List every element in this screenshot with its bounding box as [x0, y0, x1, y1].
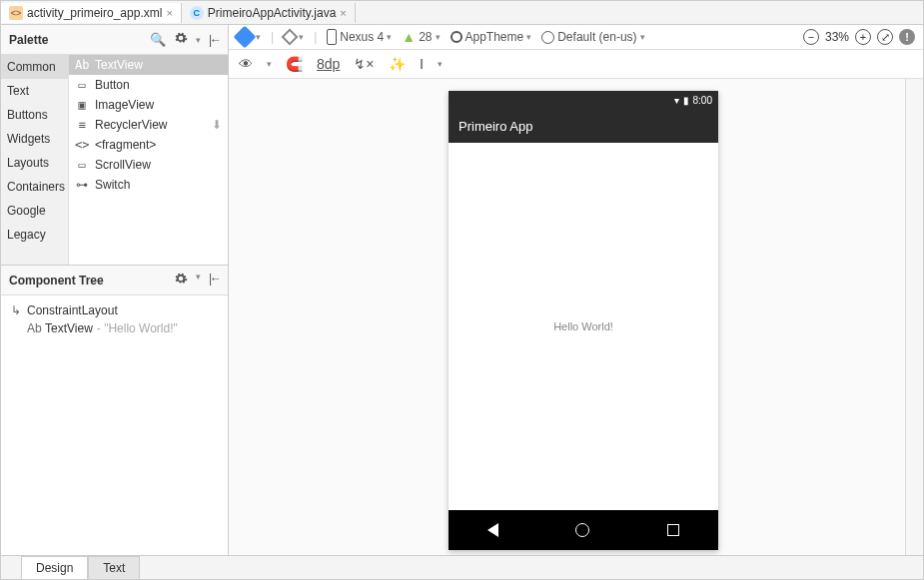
search-icon[interactable]: 🔍 [150, 32, 166, 47]
palette-cat-text[interactable]: Text [1, 79, 68, 103]
palette-cat-buttons[interactable]: Buttons [1, 103, 68, 127]
device-body[interactable]: Hello World! [449, 143, 718, 510]
palette-item-textview[interactable]: Ab TextView [69, 55, 228, 75]
close-icon[interactable]: × [166, 7, 172, 19]
editor-tabs: <> activity_primeiro_app.xml × C Primeir… [1, 1, 923, 25]
gear-icon[interactable] [174, 31, 188, 48]
device-selector[interactable]: Nexus 4 [327, 29, 392, 45]
palette-items: Ab TextView ▭ Button ▣ ImageView ≡ Recyc… [69, 55, 228, 265]
scrollview-icon: ▭ [75, 158, 89, 172]
gear-icon[interactable] [174, 272, 188, 289]
palette-item-switch[interactable]: ⊶ Switch [69, 175, 228, 195]
palette-item-label: ScrollView [95, 158, 151, 172]
guidelines-icon[interactable]: Ⅰ [420, 56, 424, 72]
globe-icon [541, 31, 554, 44]
app-title: Primeiro App [459, 119, 532, 134]
tree-node-suffix: - "Hello World!" [97, 321, 178, 335]
palette-item-label: <fragment> [95, 138, 156, 152]
theme-label: AppTheme [465, 30, 524, 44]
zoom-in-button[interactable]: + [855, 29, 871, 45]
tab-design[interactable]: Design [21, 556, 88, 579]
theme-selector[interactable]: AppTheme [451, 30, 532, 44]
zoom-level: 33% [825, 30, 849, 44]
imageview-icon: ▣ [75, 98, 89, 112]
design-surface-button[interactable] [237, 29, 261, 45]
attributes-sidebar-collapsed[interactable] [905, 79, 923, 555]
device-app-bar: Primeiro App [449, 109, 718, 143]
wifi-icon: ▾ [674, 95, 679, 106]
editor-tab-java[interactable]: C PrimeiroAppActivity.java × [182, 3, 356, 23]
palette-cat-google[interactable]: Google [1, 199, 68, 223]
zoom-fit-button[interactable]: ⤢ [877, 29, 893, 45]
clear-constraints-icon[interactable]: ↯× [354, 56, 374, 72]
battery-icon: ▮ [683, 95, 689, 106]
palette-item-label: RecyclerView [95, 118, 167, 132]
editor-mode-tabs: Design Text [1, 555, 923, 579]
component-tree-header: Component Tree ▾ |← [1, 265, 228, 295]
component-tree-title: Component Tree [9, 274, 104, 288]
orientation-button[interactable] [284, 31, 304, 43]
tab-text[interactable]: Text [88, 556, 140, 579]
preview-textview[interactable]: Hello World! [553, 320, 613, 332]
palette-cat-common[interactable]: Common [1, 55, 68, 79]
device-label: Nexus 4 [340, 30, 384, 44]
palette-title: Palette [9, 33, 48, 47]
download-icon[interactable]: ⬇ [212, 118, 222, 132]
palette-item-fragment[interactable]: <> <fragment> [69, 135, 228, 155]
button-icon: ▭ [75, 78, 89, 92]
palette-cat-widgets[interactable]: Widgets [1, 127, 68, 151]
fragment-icon: <> [75, 138, 89, 152]
autoconnect-icon[interactable]: 🧲 [286, 56, 303, 72]
device-status-bar: ▾ ▮ 8:00 [449, 91, 718, 109]
palette-item-label: TextView [95, 58, 143, 72]
nav-recent-icon[interactable] [667, 524, 679, 536]
nav-home-icon[interactable] [575, 523, 589, 537]
tree-node-label: ConstraintLayout [27, 303, 118, 317]
palette-cat-layouts[interactable]: Layouts [1, 151, 68, 175]
palette-cat-legacy[interactable]: Legacy [1, 223, 68, 247]
tree-node-child[interactable]: Ab TextView - "Hello World!" [9, 319, 220, 337]
locale-selector[interactable]: Default (en-us) [541, 30, 644, 44]
api-label: 28 [419, 30, 432, 44]
editor-tab-label: activity_primeiro_app.xml [27, 6, 162, 20]
status-time: 8:00 [693, 95, 712, 106]
constraintlayout-icon: ↳ [9, 303, 23, 317]
editor-tab-xml[interactable]: <> activity_primeiro_app.xml × [1, 3, 182, 23]
palette-item-imageview[interactable]: ▣ ImageView [69, 95, 228, 115]
design-toolbar-2: 👁▾ 🧲 8dp ↯× ✨ Ⅰ▾ [229, 50, 923, 79]
close-icon[interactable]: × [340, 7, 346, 19]
palette-item-button[interactable]: ▭ Button [69, 75, 228, 95]
palette-item-recyclerview[interactable]: ≡ RecyclerView ⬇ [69, 115, 228, 135]
component-tree: ↳ ConstraintLayout Ab TextView - "Hello … [1, 295, 228, 475]
palette-cat-containers[interactable]: Containers [1, 175, 68, 199]
recyclerview-icon: ≡ [75, 118, 89, 132]
palette-categories: Common Text Buttons Widgets Layouts Cont… [1, 55, 69, 265]
default-margins-button[interactable]: 8dp [317, 56, 340, 72]
xml-file-icon: <> [9, 6, 23, 20]
warnings-icon[interactable]: ! [899, 29, 915, 45]
tree-node-root[interactable]: ↳ ConstraintLayout [9, 301, 220, 319]
device-preview[interactable]: ▾ ▮ 8:00 Primeiro App Hello World! [449, 91, 718, 550]
collapse-icon[interactable]: |← [209, 33, 220, 47]
locale-label: Default (en-us) [557, 30, 636, 44]
tree-node-label: TextView [45, 321, 93, 335]
api-selector[interactable]: ▲ 28 [402, 29, 440, 45]
design-canvas[interactable]: ▾ ▮ 8:00 Primeiro App Hello World! [229, 79, 905, 555]
textview-icon: Ab [27, 321, 41, 335]
design-toolbar: | | Nexus 4 ▲ 28 AppTheme Default (en [229, 25, 923, 50]
nav-back-icon[interactable] [487, 523, 498, 537]
palette-item-scrollview[interactable]: ▭ ScrollView [69, 155, 228, 175]
zoom-out-button[interactable]: − [803, 29, 819, 45]
infer-constraints-icon[interactable]: ✨ [389, 56, 406, 72]
view-options-icon[interactable]: 👁 [239, 56, 253, 72]
palette-header: Palette 🔍 ▾ |← [1, 25, 228, 55]
palette-item-label: Switch [95, 178, 130, 192]
android-icon: ▲ [402, 29, 416, 45]
editor-tab-label: PrimeiroAppActivity.java [208, 6, 336, 20]
device-nav-bar [449, 510, 718, 550]
palette-item-label: Button [95, 78, 130, 92]
java-file-icon: C [190, 6, 204, 20]
theme-icon [451, 31, 462, 43]
textview-icon: Ab [75, 58, 89, 72]
collapse-icon[interactable]: |← [209, 272, 220, 289]
